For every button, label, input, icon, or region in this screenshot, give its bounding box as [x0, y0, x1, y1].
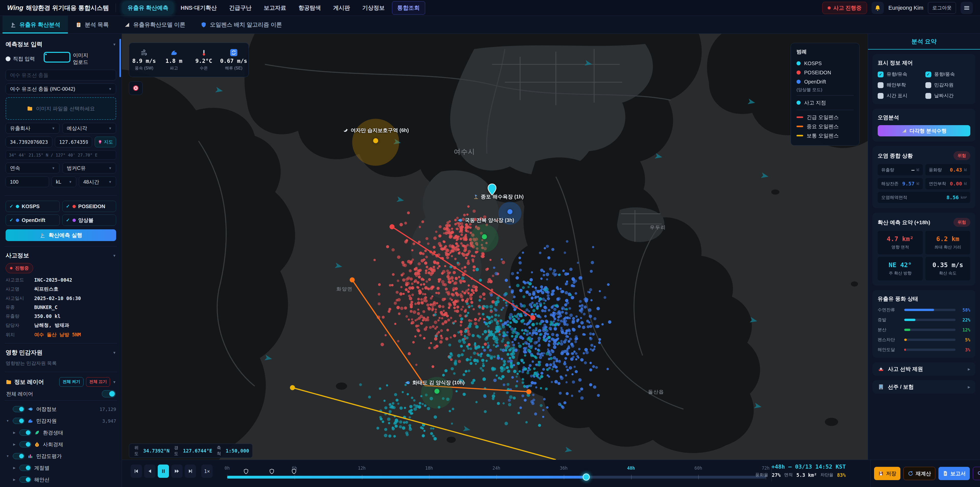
fence-deploy-marker-icon[interactable]	[243, 469, 249, 475]
display-check-풍향/풍속[interactable]: ✓풍향/풍속	[925, 71, 970, 78]
재계산-button[interactable]: 재계산	[904, 467, 935, 480]
tab-분석 목록[interactable]: 분석 목록	[68, 16, 116, 34]
display-check-해안부착[interactable]: 해안부착	[878, 82, 923, 88]
chevron-right-icon[interactable]: ▶	[12, 431, 16, 434]
layer-toggle[interactable]	[19, 430, 31, 436]
poi-label[interactable]: 화태도 김 양식장 (10h)	[405, 379, 465, 386]
notifications-button[interactable]	[872, 2, 884, 14]
layer-toggle[interactable]	[13, 453, 24, 459]
display-checkbox-grid: ✓유향/유속✓풍향/풍속해안부착민감자원시간 표시날짜시간	[878, 71, 970, 99]
incident-info-list: 사고코드INC-2025-0042사고명씨프린스호사고일시2025-02-10 …	[6, 277, 116, 338]
run-prediction-button[interactable]: 확산예측 실행	[6, 229, 116, 241]
layer-toggle[interactable]	[19, 477, 31, 483]
spill-type-select[interactable]: 연속▼	[6, 163, 59, 173]
checkbox-checked-icon: ✓	[925, 72, 931, 77]
chevron-down-icon[interactable]: ▼	[6, 454, 10, 458]
poi-label[interactable]: 종포 해수욕장 (1h)	[473, 193, 524, 200]
layer-toggle[interactable]	[19, 465, 31, 471]
longitude-input[interactable]	[55, 137, 92, 147]
nav-item-항공탐색[interactable]: 항공탐색	[293, 2, 326, 14]
chevron-right-icon[interactable]: ▶	[12, 478, 16, 481]
bar-percent: 3%	[959, 347, 970, 353]
model-toggle-앙상블[interactable]: ✓앙상블	[62, 214, 116, 226]
radio-direct-input[interactable]: 직접 입력	[6, 52, 35, 65]
display-check-유향/유속[interactable]: ✓유향/유속	[878, 71, 923, 78]
radio-image-upload[interactable]: 이미지 업로드	[44, 52, 89, 65]
map-canvas[interactable]: 여수시우두리돌산읍화양면여자만 습지보호구역 (6h)종포 해수욕장 (1h)국…	[122, 34, 868, 460]
tick-label-12h: 12h	[358, 466, 366, 471]
divider	[5, 195, 117, 196]
nav-item-보고자료[interactable]: 보고자료	[259, 2, 291, 14]
accident-location-pin[interactable]	[488, 184, 496, 195]
sidebar-scrollbar[interactable]	[119, 39, 121, 77]
역추적-button[interactable]: 역추적	[973, 467, 980, 480]
menu-button[interactable]	[961, 2, 973, 14]
incident-row: 위치여수 돌산 남방 5NM	[6, 332, 116, 338]
recenter-target-button[interactable]	[129, 81, 143, 95]
chevron-right-icon[interactable]: ▶	[12, 466, 16, 469]
poi-label-text: 화태도 김 양식장 (10h)	[412, 379, 465, 386]
chevron-down-icon[interactable]: ▼	[6, 419, 10, 423]
nav-item-통합조회[interactable]: 통합조회	[392, 1, 425, 14]
forecast-title: 확산 예측 요약 (+18h)	[878, 219, 930, 226]
incident-value: 남해청, 방재과	[34, 322, 69, 329]
layer-master-toggle[interactable]	[102, 390, 116, 398]
checkbox-label: 풍향/풍속	[934, 71, 955, 78]
ruler-icon	[901, 128, 907, 134]
tab-유출유확산모델 이론[interactable]: 유출유확산모델 이론	[116, 16, 193, 34]
expected-time-select[interactable]: 예상시각▼	[62, 123, 116, 134]
model-toggle-KOSPS[interactable]: ✓KOSPS	[6, 201, 60, 212]
display-check-날짜시간[interactable]: 날짜시간	[925, 93, 970, 99]
weather-label: 수온	[200, 65, 208, 71]
latitude-input[interactable]	[6, 137, 52, 147]
model-toggle-POSEIDON[interactable]: ✓POSEIDON	[62, 201, 116, 212]
amount-input[interactable]	[6, 176, 49, 187]
incident-name-input[interactable]	[6, 70, 116, 80]
tab-오일펜스 배치 알고리즘 이론[interactable]: 오일펜스 배치 알고리즘 이론	[193, 16, 290, 34]
forecast-value: NE 42°	[889, 261, 912, 269]
nav-item-유출유 확산예측[interactable]: 유출유 확산예측	[123, 2, 173, 14]
section-predict-header[interactable]: 예측정보 입력 ▼	[6, 40, 116, 48]
timeline-thumb[interactable]	[583, 473, 590, 481]
chevron-right-icon[interactable]: ▶	[12, 442, 16, 446]
nav-item-긴급구난[interactable]: 긴급구난	[224, 2, 257, 14]
oil-type-select[interactable]: 벙커C유▼	[62, 163, 116, 173]
저장-button[interactable]: 저장	[874, 467, 900, 480]
display-check-민감자원[interactable]: 민감자원	[925, 82, 970, 88]
tab-유출유 확산분석[interactable]: 유출유 확산분석	[3, 16, 68, 34]
pick-on-map-button[interactable]: 지도	[95, 137, 116, 147]
nav-item-HNS·대기확산[interactable]: HNS·대기확산	[176, 2, 222, 14]
fence-deploy-marker-icon[interactable]	[269, 469, 275, 475]
nav-item-게시판[interactable]: 게시판	[328, 2, 355, 14]
all-layers-on-button[interactable]: 전체 켜기	[59, 377, 83, 386]
incident-active-badge[interactable]: 사고 진행중	[822, 2, 867, 14]
nav-item-기상정보[interactable]: 기상정보	[357, 2, 390, 14]
logout-button[interactable]: 로그아웃	[928, 2, 956, 14]
divider	[797, 110, 854, 110]
layer-toggle[interactable]	[13, 406, 24, 412]
layer-toggle[interactable]	[13, 418, 24, 424]
poi-dot	[373, 138, 378, 143]
poi-label[interactable]: 여자만 습지보호구역 (6h)	[343, 127, 409, 134]
radio-selected-icon	[44, 52, 70, 62]
poi-label[interactable]: 국동 전복 양식장 (3h)	[457, 217, 514, 224]
owner-insurance-card[interactable]: 선주 / 보험 ▶	[873, 380, 975, 394]
display-check-시간 표시[interactable]: 시간 표시	[878, 93, 923, 99]
unit-select[interactable]: kL▼	[52, 176, 76, 187]
polygon-analysis-button[interactable]: 다각형 분석수행	[878, 125, 970, 136]
model-toggle-OpenDrift[interactable]: ✓OpenDrift	[6, 214, 60, 226]
보고서-button[interactable]: 보고서	[939, 467, 970, 480]
company-select-value: 유출회사	[10, 125, 30, 132]
section-incident-header[interactable]: 사고정보 ▼	[6, 252, 116, 259]
incident-select[interactable]: 여수 유조선 충돌 (INC-0042) ▼	[6, 83, 116, 94]
duration-select[interactable]: 48시간▼	[79, 176, 116, 187]
ship-spec-card[interactable]: 사고 선박 제원 ▶	[873, 362, 975, 376]
layer-toggle[interactable]	[19, 441, 31, 447]
company-select[interactable]: 유출회사▼	[6, 123, 59, 134]
poi-label-text: 종포 해수욕장 (1h)	[481, 193, 524, 200]
image-dropzone[interactable]: 이미지 파일을 선택하세요	[6, 97, 116, 120]
section-sensitive-header[interactable]: 영향 민감자원 ▼	[6, 348, 116, 356]
fence-deploy-marker-icon[interactable]	[291, 469, 297, 475]
forecast-value: 0.35 m/s	[932, 261, 963, 269]
all-layers-off-button[interactable]: 전체 끄기	[86, 377, 110, 386]
